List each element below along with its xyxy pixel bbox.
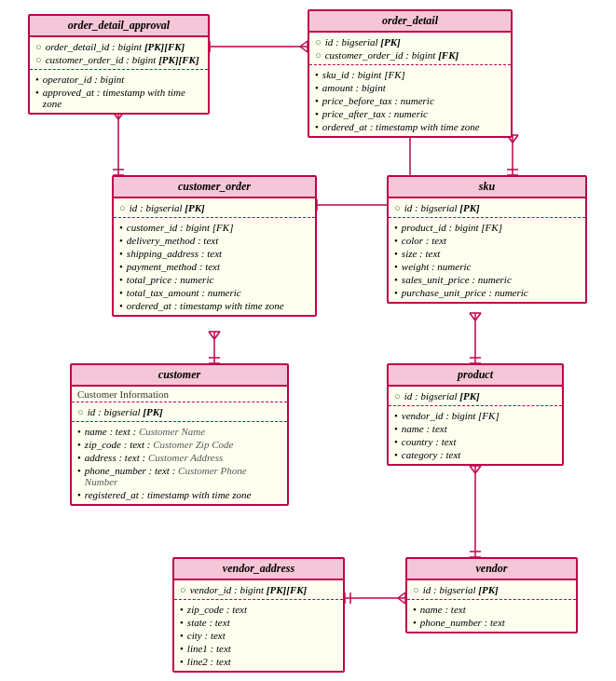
- field-row: • purchase_unit_price : numeric: [394, 286, 580, 299]
- field-text: name : text: [420, 604, 466, 615]
- svg-line-41: [470, 466, 475, 473]
- svg-line-3: [300, 47, 308, 52]
- svg-line-30: [214, 332, 220, 339]
- field-text: price_after_tax : numeric: [322, 108, 428, 119]
- customer-section-label: Customer Information: [72, 387, 287, 402]
- field-row: • size : text: [394, 247, 580, 260]
- svg-line-24: [513, 135, 518, 143]
- field-row: • approved_at : timestamp with time zone: [35, 86, 202, 110]
- field-text: order_detail_id : bigint [PK][FK]: [46, 41, 185, 52]
- bullet-icon: •: [315, 69, 319, 80]
- customer-zip-comment: Customer Zip Code: [153, 439, 233, 450]
- svg-line-29: [209, 332, 214, 339]
- bullet-icon: •: [119, 235, 123, 246]
- entity-header-vendor-address: vendor_address: [174, 559, 343, 580]
- pk-icon: ○: [394, 390, 401, 402]
- bullet-icon: •: [119, 274, 123, 285]
- entity-customer-order: customer_order ○ id : bigserial [PK] • c…: [112, 175, 317, 317]
- pk-row: ○ id : bigserial [PK]: [77, 405, 281, 418]
- bullet-icon: •: [119, 261, 123, 272]
- field-row: • line2 : text: [180, 655, 337, 668]
- field-text: id : bigserial [PK]: [404, 390, 480, 402]
- field-text: total_price : numeric: [127, 274, 213, 285]
- field-row: • sku_id : bigint [FK]: [315, 68, 505, 81]
- entity-product: product ○ id : bigserial [PK] • vendor_i…: [387, 363, 564, 466]
- pk-row: ○ id : bigserial [PK]: [394, 389, 556, 402]
- bullet-icon: •: [394, 235, 398, 246]
- bullet-icon: •: [77, 489, 81, 500]
- bullet-icon: •: [35, 87, 39, 98]
- field-text: zip_code : text: [187, 604, 247, 615]
- field-text: sales_unit_price : numeric: [402, 274, 512, 285]
- field-text: line2 : text: [187, 656, 231, 667]
- field-text: registered_at : timestamp with time zone: [85, 489, 252, 500]
- bullet-icon: •: [180, 643, 184, 654]
- bullet-icon: •: [35, 74, 39, 85]
- bullet-icon: •: [180, 656, 184, 667]
- field-text: zip_code : text : Customer Zip Code: [85, 439, 234, 450]
- entity-body-customer: • name : text : Customer Name • zip_code…: [72, 422, 287, 504]
- entity-order-detail: order_detail ○ id : bigserial [PK] ○ cus…: [308, 9, 513, 138]
- field-row: • customer_id : bigint [FK]: [119, 221, 309, 234]
- pk-row: ○ id : bigserial [PK]: [413, 583, 570, 596]
- bullet-icon: •: [119, 222, 123, 233]
- entity-body-approval: • operator_id : bigint • approved_at : t…: [30, 70, 208, 113]
- entity-body-vendor: • name : text • phone_number : text: [407, 600, 576, 632]
- entity-header-order-detail-approval: order_detail_approval: [30, 16, 208, 37]
- bullet-icon: •: [119, 248, 123, 259]
- pk-icon: ○: [35, 41, 42, 52]
- bullet-icon: •: [180, 604, 184, 615]
- field-text: vendor_id : bigint [PK][FK]: [190, 584, 308, 595]
- field-row: • total_price : numeric: [119, 273, 309, 286]
- pk-icon: ○: [35, 54, 42, 65]
- field-row: • ordered_at : timestamp with time zone: [315, 120, 505, 133]
- svg-line-35: [470, 313, 475, 320]
- bullet-icon: •: [315, 121, 319, 132]
- svg-line-47: [398, 592, 405, 598]
- field-row: • line1 : text: [180, 642, 337, 655]
- field-text: delivery_method : text: [127, 235, 218, 246]
- field-row: • shipping_address : text: [119, 247, 309, 260]
- field-text: sku_id : bigint [FK]: [322, 69, 405, 80]
- pk-row: ○ customer_order_id : bigint [FK]: [315, 48, 505, 61]
- field-text: color : text: [402, 235, 446, 246]
- field-text: vendor_id : bigint [FK]: [402, 410, 500, 421]
- bullet-icon: •: [77, 465, 81, 476]
- bullet-icon: •: [394, 449, 398, 460]
- field-row: • weight : numeric: [394, 260, 580, 273]
- field-row: • amount : bigint: [315, 81, 505, 94]
- pk-icon: ○: [315, 49, 322, 61]
- field-row: • total_tax_amount : numeric: [119, 286, 309, 299]
- entity-header-order-detail: order_detail: [309, 11, 511, 33]
- entity-pk-section-customer: ○ id : bigserial [PK]: [72, 402, 287, 422]
- field-text: name : text: [402, 423, 447, 434]
- entity-header-customer: customer: [72, 365, 287, 387]
- entity-header-customer-order: customer_order: [114, 177, 315, 198]
- field-row: • sales_unit_price : numeric: [394, 273, 580, 286]
- entity-body-customer-order: • customer_id : bigint [FK] • delivery_m…: [114, 218, 315, 315]
- entity-order-detail-approval: order_detail_approval ○ order_detail_id …: [28, 14, 210, 115]
- bullet-icon: •: [394, 248, 398, 259]
- field-text: weight : numeric: [402, 261, 472, 272]
- field-text: ordered_at : timestamp with time zone: [322, 121, 480, 132]
- pk-icon: ○: [77, 406, 84, 417]
- field-row: • payment_method : text: [119, 260, 309, 273]
- pk-row: ○ id : bigserial [PK]: [394, 201, 580, 214]
- pk-icon: ○: [119, 202, 126, 213]
- entity-pk-section-vendor-address: ○ vendor_id : bigint [PK][FK]: [174, 580, 343, 600]
- field-text: phone_number : text: [420, 617, 505, 628]
- bullet-icon: •: [413, 604, 417, 615]
- field-text: shipping_address : text: [127, 248, 222, 259]
- svg-line-2: [300, 41, 308, 47]
- field-row: • price_after_tax : numeric: [315, 107, 505, 120]
- field-text: phone_number : text : Customer Phone Num…: [85, 465, 281, 487]
- bullet-icon: •: [413, 617, 417, 628]
- pk-icon: ○: [394, 202, 401, 213]
- field-text: city : text: [187, 630, 226, 641]
- pk-row: ○ customer_order_id : bigint [PK][FK]: [35, 53, 202, 66]
- pk-icon: ○: [413, 584, 419, 595]
- bullet-icon: •: [394, 423, 398, 434]
- bullet-icon: •: [180, 630, 184, 641]
- field-row: • city : text: [180, 629, 337, 642]
- field-row: • name : text : Customer Name: [77, 425, 281, 438]
